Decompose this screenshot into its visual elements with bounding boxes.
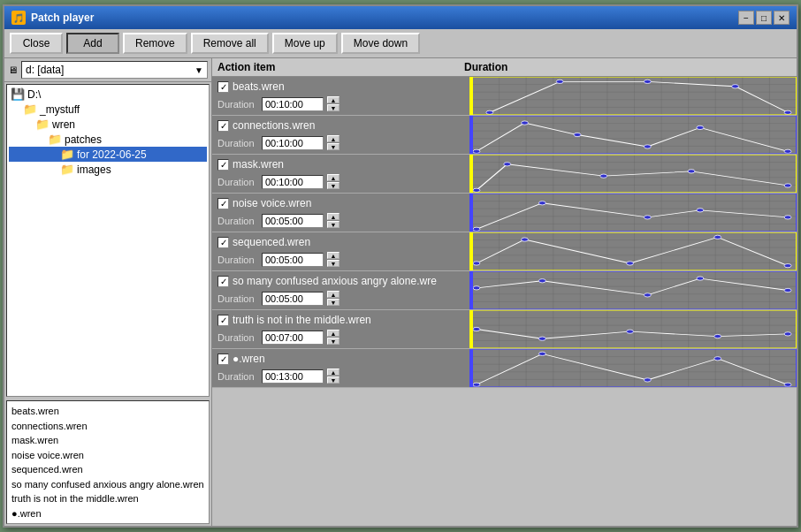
tree-item[interactable]: 📁for 2022-06-25 [9,147,207,162]
patch-name-row: ✓ truth is not in the middle.wren [217,314,464,326]
duration-label: Duration [217,293,258,304]
patch-left: ✓ connections.wren Duration ▲ ▼ [212,116,469,154]
tree-item[interactable]: 📁images [9,162,207,177]
duration-input[interactable] [262,292,324,306]
main-window: 🎵 Patch player − □ ✕ Close Add Remove Re… [3,4,798,528]
close-button[interactable]: ✕ [774,11,790,25]
spin-down-button[interactable]: ▼ [327,376,339,384]
drive-selector: 🖥 d: [data] ▼ [4,58,211,82]
tree-item-label: wren [52,118,75,131]
title-bar-left: 🎵 Patch player [11,11,94,25]
svg-point-103 [714,235,721,239]
spin-down-button[interactable]: ▼ [327,104,339,111]
spin-up-button[interactable]: ▲ [327,291,339,298]
patch-left: ✓ so many confused anxious angry alone.w… [212,271,469,309]
svg-point-166 [714,357,721,361]
drive-icon: 🖥 [8,65,18,75]
close-toolbar-button[interactable]: Close [10,33,63,54]
spin-up-button[interactable]: ▲ [327,213,339,220]
tree-item[interactable]: 📁_mystuff [9,102,207,117]
duration-input[interactable] [262,175,324,189]
spin-up-button[interactable]: ▲ [327,252,339,259]
tree-item[interactable]: 📁patches [9,132,207,147]
spin-down-button[interactable]: ▼ [327,260,339,267]
spin-down-button[interactable]: ▼ [327,143,339,150]
spin-up-button[interactable]: ▲ [327,330,339,337]
svg-point-144 [627,330,634,333]
spin-down-button[interactable]: ▼ [327,299,339,306]
svg-point-81 [644,216,651,219]
duration-label: Duration [217,332,258,343]
wren-list-item[interactable]: truth is not in the middle.wren [10,491,206,506]
svg-point-59 [504,163,511,166]
wren-list-item[interactable]: noise voice.wren [10,448,206,463]
patch-checkbox[interactable]: ✓ [217,237,229,248]
patch-checkbox[interactable]: ✓ [217,353,229,365]
svg-point-36 [473,149,480,153]
tree-item[interactable]: 💾D:\ [9,87,207,102]
spin-down-button[interactable]: ▼ [327,338,339,345]
spinner-buttons: ▲ ▼ [327,135,339,150]
move-down-button[interactable]: Move down [341,33,420,54]
patch-graph [469,155,797,193]
remove-all-button[interactable]: Remove all [191,33,269,54]
patch-checkbox[interactable]: ✓ [217,198,229,209]
patch-row: ✓ mask.wren Duration ▲ ▼ [212,155,797,194]
patch-graph [469,77,797,115]
patch-checkbox[interactable]: ✓ [217,81,229,93]
wren-list: beats.wrenconnections.wrenmask.wrennoise… [6,400,210,524]
add-button[interactable]: Add [66,33,119,54]
spinner-buttons: ▲ ▼ [327,291,339,306]
tree-item[interactable]: 📁wren [9,117,207,132]
svg-point-39 [644,145,651,148]
graph-svg [472,194,797,232]
patch-name-row: ✓ so many confused anxious angry alone.w… [217,275,464,287]
minimize-button[interactable]: − [738,11,754,25]
wren-list-item[interactable]: mask.wren [10,433,206,448]
duration-input[interactable] [262,214,324,228]
spin-up-button[interactable]: ▲ [327,369,339,376]
svg-point-40 [697,125,704,129]
patch-graph [469,271,797,309]
svg-point-61 [688,170,695,173]
patch-left: ✓ truth is not in the middle.wren Durati… [212,310,469,348]
patch-checkbox[interactable]: ✓ [217,120,229,132]
column-header: Action item Duration [212,58,797,77]
graph-svg [472,155,797,193]
right-panel: Action item Duration ✓ beats.wren Durati… [212,58,797,526]
duration-label: Duration [217,216,258,226]
patch-row: ✓ beats.wren Duration ▲ ▼ [212,77,797,116]
spin-up-button[interactable]: ▲ [327,174,339,181]
graph-svg [472,271,797,309]
move-up-button[interactable]: Move up [272,33,338,54]
duration-input[interactable] [262,253,324,267]
spin-up-button[interactable]: ▲ [327,96,339,103]
wren-list-item[interactable]: ●.wren [10,506,206,521]
patch-graph [469,310,797,348]
patch-checkbox[interactable]: ✓ [217,159,229,171]
file-tree[interactable]: 💾D:\📁_mystuff📁wren📁patches📁for 2022-06-2… [6,84,210,397]
duration-input[interactable] [262,136,324,150]
spin-down-button[interactable]: ▼ [327,221,339,228]
remove-button[interactable]: Remove [123,33,187,54]
duration-input[interactable] [262,97,324,111]
duration-input[interactable] [262,369,324,384]
svg-point-143 [538,337,545,340]
spin-down-button[interactable]: ▼ [327,182,339,189]
duration-input[interactable] [262,331,324,345]
patch-name-row: ✓ beats.wren [217,80,464,93]
patch-name: sequenced.wren [233,236,310,248]
maximize-button[interactable]: □ [756,11,772,25]
spin-up-button[interactable]: ▲ [327,135,339,142]
wren-list-item[interactable]: so many confused anxious angry alone.wre… [10,477,206,492]
wren-list-item[interactable]: sequenced.wren [10,462,206,477]
patch-checkbox[interactable]: ✓ [217,276,229,287]
wren-list-item[interactable]: beats.wren [10,404,206,419]
patch-name: truth is not in the middle.wren [233,314,371,326]
duration-row: Duration ▲ ▼ [217,291,464,306]
patch-checkbox[interactable]: ✓ [217,315,229,326]
wren-list-item[interactable]: connections.wren [10,419,206,434]
drive-combo[interactable]: d: [data] ▼ [21,61,208,79]
svg-point-142 [473,327,480,331]
duration-row: Duration ▲ ▼ [217,252,464,267]
